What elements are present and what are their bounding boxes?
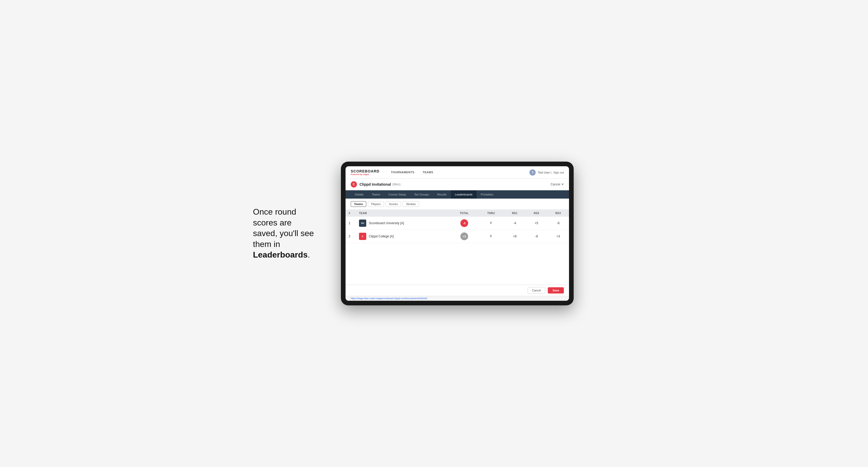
rd1-1: -4	[504, 217, 526, 230]
left-text-period: .	[308, 250, 310, 259]
col-rank: #	[345, 210, 356, 217]
table-row: 1 SU Scoreboard University [A] -5 F -4	[345, 217, 569, 230]
tournament-icon: C	[351, 181, 357, 187]
team-name-2: C Clippd College [A]	[356, 230, 450, 243]
score-badge-2: +3	[460, 232, 468, 240]
nav-bar: SCOREBOARD Powered by clippd TOURNAMENTS…	[345, 166, 569, 179]
filter-strokes[interactable]: Strokes	[403, 201, 419, 207]
rank-1: 1	[345, 217, 356, 230]
logo-sub: Powered by clippd	[351, 173, 379, 176]
spacer-row	[345, 243, 569, 285]
tab-printables[interactable]: Printables	[477, 190, 498, 198]
logo-area: SCOREBOARD Powered by clippd	[351, 169, 379, 176]
col-rd1: RD1	[504, 210, 526, 217]
left-text-block: Once round scores are saved, you'll see …	[253, 207, 326, 260]
tab-results[interactable]: Results	[433, 190, 451, 198]
header-cancel-button[interactable]: Cancel ✕	[551, 183, 564, 186]
rd3-1: -6	[547, 217, 569, 230]
tab-course-setup[interactable]: Course Setup	[384, 190, 410, 198]
left-text-line3: saved, you'll see	[253, 228, 314, 238]
user-avatar: S	[529, 169, 536, 176]
col-rd3: RD3	[547, 210, 569, 217]
tab-bar: Details Teams Course Setup Tee Groups Re…	[345, 190, 569, 198]
filter-teams[interactable]: Teams	[351, 201, 366, 207]
footer-cancel-button[interactable]: Cancel	[528, 287, 545, 294]
tournament-header: C Clippd Invitational (Men) Cancel ✕	[345, 179, 569, 190]
footer-bar: Cancel Save	[345, 285, 569, 296]
nav-teams[interactable]: TEAMS	[418, 166, 437, 179]
left-text-leaderboards: Leaderboards	[253, 250, 308, 259]
tab-teams[interactable]: Teams	[368, 190, 384, 198]
thru-2: F	[478, 230, 504, 243]
nav-links: TOURNAMENTS TEAMS	[387, 166, 437, 179]
col-total: TOTAL	[450, 210, 478, 217]
left-text-line1: Once round	[253, 207, 296, 216]
tournament-subtitle: (Men)	[392, 183, 400, 186]
tab-tee-groups[interactable]: Tee Groups	[410, 190, 433, 198]
footer-save-button[interactable]: Save	[548, 287, 564, 293]
total-2: +3	[450, 230, 478, 243]
tab-details[interactable]: Details	[351, 190, 368, 198]
team-logo-1: SU	[359, 220, 366, 227]
thru-1: F	[478, 217, 504, 230]
table-row: 2 C Clippd College [A] +3 F +8 -8	[345, 230, 569, 243]
rank-2: 2	[345, 230, 356, 243]
team-logo-2: C	[359, 233, 366, 240]
col-team: TEAM	[356, 210, 450, 217]
page-wrapper: Once round scores are saved, you'll see …	[253, 162, 615, 305]
col-thru: THRU	[478, 210, 504, 217]
rd3-2: +3	[547, 230, 569, 243]
left-text-line4: them in	[253, 240, 280, 249]
filter-players[interactable]: Players	[368, 201, 384, 207]
tab-leaderboards[interactable]: Leaderboards	[451, 190, 477, 198]
logo-title: SCOREBOARD	[351, 169, 379, 173]
close-icon: ✕	[561, 183, 564, 186]
filter-scores[interactable]: Scores	[385, 201, 401, 207]
rd1-2: +8	[504, 230, 526, 243]
nav-right: S Test User | Sign out	[529, 169, 564, 176]
left-text-line2: scores are	[253, 218, 291, 227]
col-rd2: RD2	[526, 210, 547, 217]
nav-tournaments[interactable]: TOURNAMENTS	[387, 166, 418, 179]
url-bar: https://stage-blue-coach.stagescoreboard…	[345, 296, 569, 301]
team-name-1: SU Scoreboard University [A]	[356, 217, 450, 230]
rd2-2: -8	[526, 230, 547, 243]
tablet-device: SCOREBOARD Powered by clippd TOURNAMENTS…	[341, 162, 574, 305]
sign-out-link[interactable]: Sign out	[554, 171, 564, 174]
leaderboard-table: # TEAM TOTAL THRU RD1 RD2 RD3 1	[345, 210, 569, 285]
tournament-name: Clippd Invitational	[360, 182, 391, 186]
table-header-row: # TEAM TOTAL THRU RD1 RD2 RD3	[345, 210, 569, 217]
url-text: https://stage-blue-coach.stagescoreboard…	[351, 297, 427, 300]
user-name: Test User |	[538, 171, 551, 174]
score-badge-1: -5	[460, 219, 468, 227]
total-1: -5	[450, 217, 478, 230]
rd2-1: +5	[526, 217, 547, 230]
tablet-screen: SCOREBOARD Powered by clippd TOURNAMENTS…	[345, 166, 569, 301]
filter-bar: Teams Players Scores Strokes	[345, 198, 569, 210]
